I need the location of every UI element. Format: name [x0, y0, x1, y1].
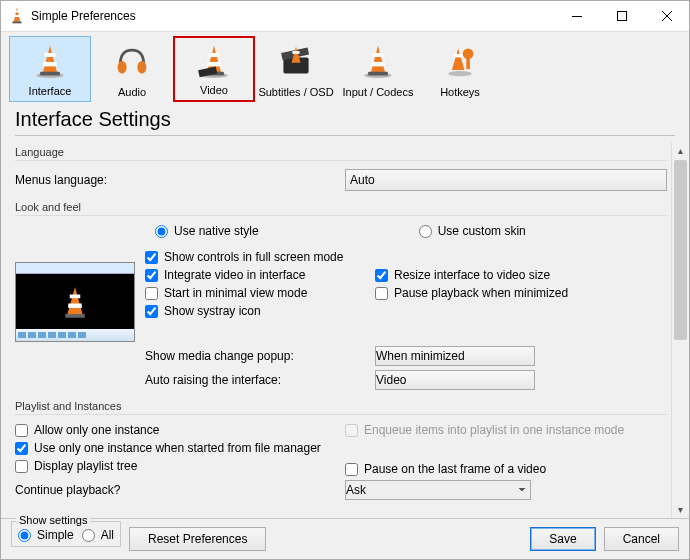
skin-preview	[15, 262, 135, 342]
svg-rect-5	[617, 12, 626, 21]
tab-label: Subtitles / OSD	[258, 86, 333, 98]
svg-rect-27	[373, 53, 384, 57]
cone-icon	[360, 36, 396, 86]
title-bar: Simple Preferences	[1, 1, 689, 32]
svg-rect-1	[15, 10, 20, 12]
page-title: Interface Settings	[1, 102, 689, 133]
window-close-button[interactable]	[644, 1, 689, 31]
svg-marker-26	[371, 46, 385, 73]
svg-rect-17	[209, 53, 220, 57]
svg-rect-36	[70, 294, 81, 298]
svg-rect-10	[45, 53, 56, 57]
checkbox-text: Enqueue items into playlist in one insta…	[364, 423, 624, 437]
checkbox-text: Pause playback when minimized	[394, 286, 568, 300]
checkbox-text: Use only one instance when started from …	[34, 441, 321, 455]
cancel-button[interactable]: Cancel	[604, 527, 679, 551]
checkbox-text: Show controls in full screen mode	[164, 250, 343, 264]
use-custom-skin-radio[interactable]: Use custom skin	[419, 224, 526, 238]
svg-rect-29	[368, 72, 388, 76]
settings-scroll-area: Language Menus language: Auto Look and f…	[1, 142, 671, 518]
checkbox-text: Allow only one instance	[34, 423, 159, 437]
resize-interface-checkbox[interactable]: Resize interface to video size	[375, 268, 667, 282]
group-heading: Playlist and Instances	[15, 400, 667, 412]
media-change-popup-select[interactable]: When minimized	[375, 346, 535, 366]
tab-label: Audio	[118, 86, 146, 98]
menus-language-select[interactable]: Auto	[345, 169, 667, 191]
radio-text: Simple	[37, 528, 74, 542]
svg-point-14	[137, 61, 146, 74]
checkbox-text: Start in minimal view mode	[164, 286, 307, 300]
tab-audio[interactable]: Audio	[91, 36, 173, 102]
divider	[15, 135, 675, 136]
svg-rect-18	[207, 62, 221, 67]
tab-subtitles[interactable]: Subtitles / OSD	[255, 36, 337, 102]
tab-label: Hotkeys	[440, 86, 480, 98]
one-instance-file-manager-checkbox[interactable]: Use only one instance when started from …	[15, 441, 345, 455]
cone-film-icon	[196, 38, 232, 84]
scroll-down-arrow[interactable]: ▾	[672, 501, 689, 518]
scroll-up-arrow[interactable]: ▴	[672, 142, 689, 159]
checkbox-text: Integrate video in interface	[164, 268, 305, 282]
start-minimal-checkbox[interactable]: Start in minimal view mode	[145, 286, 375, 300]
radio-text: Use native style	[174, 224, 259, 238]
checkbox-text: Show systray icon	[164, 304, 261, 318]
use-native-style-radio[interactable]: Use native style	[155, 224, 259, 238]
tab-label: Interface	[29, 85, 72, 97]
svg-rect-37	[68, 303, 82, 308]
display-playlist-tree-checkbox[interactable]: Display playlist tree	[15, 459, 345, 473]
pause-last-frame-checkbox[interactable]: Pause on the last frame of a video	[345, 462, 667, 476]
tab-input-codecs[interactable]: Input / Codecs	[337, 36, 419, 102]
svg-rect-38	[65, 314, 85, 318]
divider	[15, 414, 667, 415]
scroll-thumb[interactable]	[674, 160, 687, 340]
show-settings-simple-radio[interactable]: Simple	[18, 528, 74, 542]
checkbox-text: Resize interface to video size	[394, 268, 550, 282]
window-title: Simple Preferences	[31, 9, 554, 23]
vertical-scrollbar[interactable]: ▴ ▾	[671, 142, 689, 518]
svg-rect-24	[292, 51, 299, 54]
svg-rect-2	[14, 15, 20, 17]
checkbox-text: Pause on the last frame of a video	[364, 462, 546, 476]
divider	[15, 160, 667, 161]
show-settings-all-radio[interactable]: All	[82, 528, 114, 542]
auto-raise-select[interactable]: Video	[375, 370, 535, 390]
footer-bar: Show settings Simple All Reset Preferenc…	[1, 518, 689, 559]
app-icon	[9, 6, 25, 27]
tab-hotkeys[interactable]: Hotkeys	[419, 36, 501, 102]
svg-rect-4	[572, 16, 582, 17]
tab-label: Input / Codecs	[343, 86, 414, 98]
category-tabs: Interface Audio Video Subtitles / OSD In…	[1, 32, 689, 102]
reset-preferences-button[interactable]: Reset Preferences	[129, 527, 266, 551]
language-group: Language Menus language: Auto	[15, 146, 667, 191]
svg-point-13	[118, 61, 127, 74]
divider	[15, 215, 667, 216]
pause-minimized-checkbox[interactable]: Pause playback when minimized	[375, 286, 667, 300]
tab-interface[interactable]: Interface	[9, 36, 91, 102]
svg-marker-9	[43, 46, 57, 73]
continue-playback-select[interactable]: Ask	[345, 480, 531, 500]
save-button[interactable]: Save	[530, 527, 595, 551]
svg-rect-3	[13, 21, 22, 23]
svg-marker-0	[14, 7, 20, 21]
window-maximize-button[interactable]	[599, 1, 644, 31]
svg-rect-12	[40, 72, 60, 76]
field-label: Continue playback?	[15, 483, 345, 497]
tab-video[interactable]: Video	[173, 36, 255, 102]
clapboard-icon	[278, 36, 314, 86]
show-settings-group: Show settings Simple All	[11, 521, 121, 547]
show-controls-checkbox[interactable]: Show controls in full screen mode	[145, 250, 375, 264]
svg-rect-28	[371, 62, 385, 67]
integrate-video-checkbox[interactable]: Integrate video in interface	[145, 268, 375, 282]
hotkeys-icon	[442, 36, 478, 86]
playlist-group: Playlist and Instances Allow only one in…	[15, 400, 667, 500]
headphones-icon	[114, 36, 150, 86]
cone-icon	[32, 37, 68, 85]
allow-one-instance-checkbox[interactable]: Allow only one instance	[15, 423, 345, 437]
radio-text: Use custom skin	[438, 224, 526, 238]
field-label: Auto raising the interface:	[15, 373, 375, 387]
svg-rect-34	[466, 58, 470, 69]
window-minimize-button[interactable]	[554, 1, 599, 31]
show-systray-checkbox[interactable]: Show systray icon	[145, 304, 375, 318]
enqueue-one-instance-checkbox: Enqueue items into playlist in one insta…	[345, 423, 667, 437]
svg-rect-32	[454, 54, 464, 58]
